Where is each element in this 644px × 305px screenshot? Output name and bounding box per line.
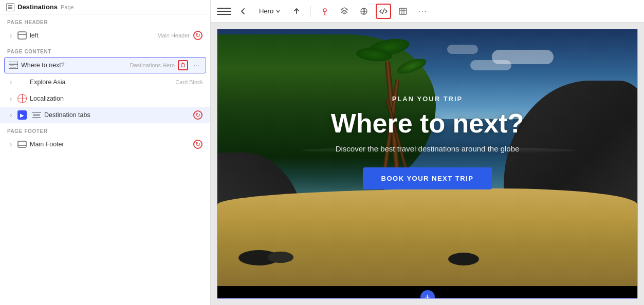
- back-button[interactable]: [235, 4, 251, 19]
- more-button[interactable]: ···: [415, 4, 430, 19]
- hero-plan-label: PLAN YOUR TRIP: [392, 95, 463, 103]
- sidebar-item-sublabel: Main Header: [157, 32, 190, 39]
- sidebar-item-label: Destination tabs: [44, 111, 190, 119]
- chevron-icon: [7, 111, 14, 119]
- sidebar-item-label: left: [30, 32, 152, 39]
- chevron-icon: [7, 32, 14, 39]
- sync-icon[interactable]: [193, 110, 203, 120]
- sync-outline: [193, 140, 203, 149]
- up-button[interactable]: [289, 4, 304, 19]
- svg-rect-0: [18, 32, 26, 39]
- toolbar-separator: [310, 6, 311, 17]
- svg-line-12: [382, 9, 384, 14]
- sidebar-item-localization[interactable]: Localization: [0, 90, 210, 107]
- breadcrumb-title: Destinations: [17, 3, 58, 11]
- pin-button[interactable]: [317, 4, 333, 19]
- sidebar-item-label: Explore Asia: [30, 79, 170, 86]
- component-dropdown[interactable]: Hero: [255, 5, 285, 17]
- sidebar-item-sublabel: Card Block: [175, 79, 203, 85]
- hero-subtitle: Discover the best travel destinations ar…: [336, 144, 520, 153]
- tabs-icon: [32, 110, 41, 120]
- hero-cta-button[interactable]: BOOK YOUR NEXT TRIP: [363, 167, 492, 189]
- sidebar-item-main-footer[interactable]: Main Footer: [0, 136, 210, 153]
- section-content-label: PAGE CONTENT: [0, 44, 210, 56]
- sync-icon-selected[interactable]: [178, 60, 188, 70]
- add-section-button[interactable]: +: [420, 290, 435, 299]
- hamburger-button[interactable]: [217, 4, 231, 18]
- sync-outline: [193, 110, 203, 120]
- svg-rect-6: [18, 141, 26, 147]
- code-button[interactable]: [376, 4, 391, 19]
- footer-icon: [17, 140, 27, 149]
- right-panel: Hero: [211, 0, 644, 305]
- sync-icon[interactable]: [193, 30, 203, 41]
- svg-rect-13: [399, 8, 407, 14]
- breadcrumb: Destinations Page: [0, 0, 210, 14]
- page-icon: [6, 3, 14, 11]
- sync-icon[interactable]: [193, 139, 203, 149]
- chevron-icon: [7, 79, 14, 86]
- more-options-button[interactable]: ···: [191, 60, 201, 70]
- globe-button[interactable]: [356, 4, 372, 19]
- sidebar-item-explore-asia[interactable]: Explore Asia Card Block: [0, 74, 210, 90]
- sidebar-item-left-main-header[interactable]: left Main Header: [0, 27, 210, 44]
- breadcrumb-tag: Page: [61, 4, 74, 10]
- svg-point-9: [323, 14, 326, 15]
- hero-title: Where to next?: [331, 109, 524, 138]
- chevron-icon: [7, 95, 14, 102]
- globe-icon: [17, 94, 27, 103]
- hero-overlay: PLAN YOUR TRIP Where to next? Discover t…: [217, 29, 637, 286]
- table-button[interactable]: [395, 4, 411, 19]
- svg-point-8: [323, 9, 326, 12]
- hero-block-icon: [9, 61, 18, 70]
- hero-section: PLAN YOUR TRIP Where to next? Discover t…: [217, 29, 637, 286]
- section-footer-label: PAGE FOOTER: [0, 123, 210, 136]
- add-section-row: +: [217, 286, 637, 299]
- svg-rect-2: [9, 62, 18, 69]
- sidebar-item-destination-tabs[interactable]: ▶ Destination tabs: [0, 107, 210, 123]
- active-item-icon: ▶: [17, 110, 27, 120]
- left-panel: Destinations Page PAGE HEADER left Main …: [0, 0, 211, 305]
- card-block-icon: [17, 78, 27, 87]
- component-label: Hero: [259, 7, 273, 15]
- sidebar-item-label: Main Footer: [30, 141, 190, 148]
- toolbar: Hero: [211, 0, 644, 23]
- header-icon: [17, 31, 27, 40]
- sidebar-item-sublabel: Destinations Hero: [130, 62, 175, 68]
- section-header-label: PAGE HEADER: [0, 14, 210, 27]
- sidebar-item-label: Localization: [30, 95, 203, 102]
- sidebar-item-label: Where to next?: [21, 62, 125, 69]
- chevron-icon: [7, 141, 14, 148]
- canvas-area: PLAN YOUR TRIP Where to next? Discover t…: [211, 23, 644, 305]
- sync-outline: [193, 31, 203, 40]
- layers-button[interactable]: [337, 4, 352, 19]
- sidebar-item-where-to-next[interactable]: Where to next? Destinations Hero ···: [4, 57, 206, 73]
- page-frame: PLAN YOUR TRIP Where to next? Discover t…: [217, 29, 638, 299]
